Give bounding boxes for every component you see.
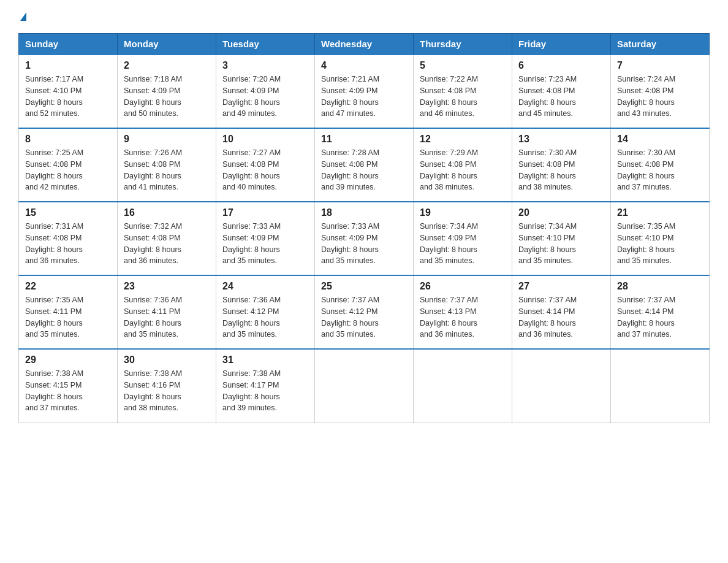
day-info: Sunrise: 7:30 AMSunset: 4:08 PMDaylight:… (518, 147, 604, 193)
day-number: 15 (25, 207, 111, 218)
day-info: Sunrise: 7:25 AMSunset: 4:08 PMDaylight:… (25, 147, 111, 193)
calendar-cell: 20Sunrise: 7:34 AMSunset: 4:10 PMDayligh… (512, 202, 611, 275)
day-number: 9 (124, 134, 210, 145)
calendar-cell: 30Sunrise: 7:38 AMSunset: 4:16 PMDayligh… (118, 349, 216, 423)
day-number: 19 (420, 207, 506, 218)
calendar-cell: 27Sunrise: 7:37 AMSunset: 4:14 PMDayligh… (512, 275, 611, 349)
day-info: Sunrise: 7:23 AMSunset: 4:08 PMDaylight:… (518, 74, 604, 120)
day-number: 11 (321, 134, 407, 145)
day-number: 30 (124, 354, 210, 366)
calendar-cell: 15Sunrise: 7:31 AMSunset: 4:08 PMDayligh… (19, 202, 118, 275)
day-number: 3 (222, 60, 308, 71)
calendar-cell: 13Sunrise: 7:30 AMSunset: 4:08 PMDayligh… (512, 128, 611, 202)
day-number: 4 (321, 60, 407, 71)
day-number: 24 (222, 281, 308, 292)
calendar-cell (414, 349, 512, 423)
day-info: Sunrise: 7:27 AMSunset: 4:08 PMDaylight:… (222, 147, 308, 193)
calendar-cell: 2Sunrise: 7:18 AMSunset: 4:09 PMDaylight… (118, 55, 216, 128)
day-info: Sunrise: 7:32 AMSunset: 4:08 PMDaylight:… (124, 221, 210, 267)
day-info: Sunrise: 7:21 AMSunset: 4:09 PMDaylight:… (321, 74, 407, 120)
day-number: 22 (25, 281, 111, 292)
calendar-cell: 1Sunrise: 7:17 AMSunset: 4:10 PMDaylight… (19, 55, 118, 128)
calendar-cell (512, 349, 611, 423)
calendar-cell: 24Sunrise: 7:36 AMSunset: 4:12 PMDayligh… (216, 275, 315, 349)
calendar-cell: 5Sunrise: 7:22 AMSunset: 4:08 PMDaylight… (414, 55, 512, 128)
day-number: 28 (617, 281, 703, 292)
calendar-cell: 22Sunrise: 7:35 AMSunset: 4:11 PMDayligh… (19, 275, 118, 349)
day-number: 31 (222, 354, 308, 366)
day-number: 5 (420, 60, 506, 71)
weekday-header-tuesday: Tuesday (216, 34, 315, 55)
weekday-header-thursday: Thursday (414, 34, 512, 55)
day-info: Sunrise: 7:29 AMSunset: 4:08 PMDaylight:… (420, 147, 506, 193)
logo-triangle-icon (20, 12, 26, 21)
calendar-cell: 14Sunrise: 7:30 AMSunset: 4:08 PMDayligh… (611, 128, 710, 202)
day-info: Sunrise: 7:24 AMSunset: 4:08 PMDaylight:… (617, 74, 703, 120)
day-info: Sunrise: 7:38 AMSunset: 4:17 PMDaylight:… (222, 368, 308, 414)
day-number: 26 (420, 281, 506, 292)
day-number: 25 (321, 281, 407, 292)
day-info: Sunrise: 7:37 AMSunset: 4:14 PMDaylight:… (617, 294, 703, 340)
calendar-cell: 3Sunrise: 7:20 AMSunset: 4:09 PMDaylight… (216, 55, 315, 128)
calendar-cell: 25Sunrise: 7:37 AMSunset: 4:12 PMDayligh… (315, 275, 414, 349)
day-number: 16 (124, 207, 210, 218)
day-info: Sunrise: 7:34 AMSunset: 4:09 PMDaylight:… (420, 221, 506, 267)
calendar-cell: 28Sunrise: 7:37 AMSunset: 4:14 PMDayligh… (611, 275, 710, 349)
day-info: Sunrise: 7:18 AMSunset: 4:09 PMDaylight:… (124, 74, 210, 120)
calendar-cell: 23Sunrise: 7:36 AMSunset: 4:11 PMDayligh… (118, 275, 216, 349)
day-info: Sunrise: 7:17 AMSunset: 4:10 PMDaylight:… (25, 74, 111, 120)
day-info: Sunrise: 7:20 AMSunset: 4:09 PMDaylight:… (222, 74, 308, 120)
calendar-cell: 18Sunrise: 7:33 AMSunset: 4:09 PMDayligh… (315, 202, 414, 275)
calendar-cell: 29Sunrise: 7:38 AMSunset: 4:15 PMDayligh… (19, 349, 118, 423)
day-info: Sunrise: 7:30 AMSunset: 4:08 PMDaylight:… (617, 147, 703, 193)
day-info: Sunrise: 7:26 AMSunset: 4:08 PMDaylight:… (124, 147, 210, 193)
day-number: 2 (124, 60, 210, 71)
day-info: Sunrise: 7:37 AMSunset: 4:12 PMDaylight:… (321, 294, 407, 340)
day-info: Sunrise: 7:37 AMSunset: 4:13 PMDaylight:… (420, 294, 506, 340)
weekday-header-row: SundayMondayTuesdayWednesdayThursdayFrid… (19, 34, 710, 55)
calendar-week-row: 1Sunrise: 7:17 AMSunset: 4:10 PMDaylight… (19, 55, 710, 128)
day-info: Sunrise: 7:37 AMSunset: 4:14 PMDaylight:… (518, 294, 604, 340)
calendar-cell: 9Sunrise: 7:26 AMSunset: 4:08 PMDaylight… (118, 128, 216, 202)
day-info: Sunrise: 7:36 AMSunset: 4:12 PMDaylight:… (222, 294, 308, 340)
day-info: Sunrise: 7:28 AMSunset: 4:08 PMDaylight:… (321, 147, 407, 193)
weekday-header-monday: Monday (118, 34, 216, 55)
day-info: Sunrise: 7:33 AMSunset: 4:09 PMDaylight:… (321, 221, 407, 267)
calendar-header: SundayMondayTuesdayWednesdayThursdayFrid… (19, 34, 710, 55)
day-info: Sunrise: 7:33 AMSunset: 4:09 PMDaylight:… (222, 221, 308, 267)
day-number: 13 (518, 134, 604, 145)
calendar-cell (315, 349, 414, 423)
calendar-cell: 19Sunrise: 7:34 AMSunset: 4:09 PMDayligh… (414, 202, 512, 275)
day-info: Sunrise: 7:22 AMSunset: 4:08 PMDaylight:… (420, 74, 506, 120)
day-number: 6 (518, 60, 604, 71)
weekday-header-sunday: Sunday (19, 34, 118, 55)
calendar-week-row: 8Sunrise: 7:25 AMSunset: 4:08 PMDaylight… (19, 128, 710, 202)
weekday-header-saturday: Saturday (611, 34, 710, 55)
day-info: Sunrise: 7:35 AMSunset: 4:11 PMDaylight:… (25, 294, 111, 340)
calendar-cell: 21Sunrise: 7:35 AMSunset: 4:10 PMDayligh… (611, 202, 710, 275)
day-number: 27 (518, 281, 604, 292)
day-info: Sunrise: 7:38 AMSunset: 4:16 PMDaylight:… (124, 368, 210, 414)
calendar-cell: 12Sunrise: 7:29 AMSunset: 4:08 PMDayligh… (414, 128, 512, 202)
calendar-cell: 10Sunrise: 7:27 AMSunset: 4:08 PMDayligh… (216, 128, 315, 202)
calendar-cell: 6Sunrise: 7:23 AMSunset: 4:08 PMDaylight… (512, 55, 611, 128)
calendar-cell: 16Sunrise: 7:32 AMSunset: 4:08 PMDayligh… (118, 202, 216, 275)
calendar-cell (611, 349, 710, 423)
calendar-cell: 31Sunrise: 7:38 AMSunset: 4:17 PMDayligh… (216, 349, 315, 423)
calendar-table: SundayMondayTuesdayWednesdayThursdayFrid… (18, 33, 710, 423)
day-number: 12 (420, 134, 506, 145)
day-number: 10 (222, 134, 308, 145)
logo (18, 12, 26, 21)
day-number: 18 (321, 207, 407, 218)
day-number: 29 (25, 354, 111, 366)
calendar-cell: 17Sunrise: 7:33 AMSunset: 4:09 PMDayligh… (216, 202, 315, 275)
day-info: Sunrise: 7:34 AMSunset: 4:10 PMDaylight:… (518, 221, 604, 267)
calendar-cell: 26Sunrise: 7:37 AMSunset: 4:13 PMDayligh… (414, 275, 512, 349)
day-info: Sunrise: 7:36 AMSunset: 4:11 PMDaylight:… (124, 294, 210, 340)
page-header (18, 12, 710, 21)
weekday-header-wednesday: Wednesday (315, 34, 414, 55)
day-number: 8 (25, 134, 111, 145)
day-number: 14 (617, 134, 703, 145)
day-number: 21 (617, 207, 703, 218)
calendar-cell: 7Sunrise: 7:24 AMSunset: 4:08 PMDaylight… (611, 55, 710, 128)
